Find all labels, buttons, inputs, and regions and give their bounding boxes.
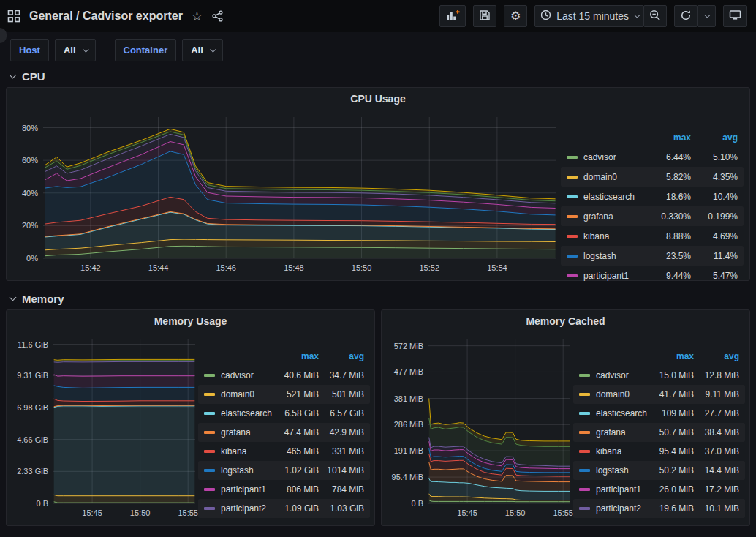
series-name[interactable]: cadvisor	[583, 152, 616, 162]
mem_usage-legend-row-logstash[interactable]: logstash1.02 GiB1014 MiB	[198, 461, 370, 480]
series-name[interactable]: grafana	[221, 427, 251, 438]
series-color-swatch	[204, 507, 215, 510]
mem_cached-legend-row-participant1[interactable]: participant126.0 MiB17.2 MiB	[573, 480, 745, 499]
series-name[interactable]: cadvisor	[221, 370, 254, 380]
time-range-picker[interactable]: Last 15 minutes	[534, 5, 644, 27]
host-variable-dropdown[interactable]: All	[55, 39, 96, 61]
zoom-out-time-button[interactable]	[643, 5, 667, 27]
series-name[interactable]: grafana	[596, 427, 626, 438]
refresh-interval-dropdown[interactable]	[697, 5, 716, 27]
series-color-swatch	[579, 374, 590, 377]
series-name[interactable]: elasticsearch	[596, 408, 647, 418]
series-name[interactable]: grafana	[583, 211, 613, 222]
star-icon[interactable]: ☆	[192, 10, 203, 23]
svg-text:15:46: 15:46	[216, 263, 236, 272]
series-name[interactable]: kibana	[596, 446, 621, 457]
mem_cached-legend-row-kibana[interactable]: kibana95.4 MiB37.0 MiB	[573, 442, 745, 461]
mem_cached-legend-row-logstash[interactable]: logstash50.2 MiB14.4 MiB	[573, 461, 745, 480]
svg-text:15:45: 15:45	[457, 508, 477, 517]
series-name[interactable]: participant1	[596, 484, 641, 495]
save-dashboard-button[interactable]	[473, 5, 496, 27]
series-name[interactable]: participant2	[221, 503, 266, 514]
series-max-value: 19.6 MiB	[649, 503, 694, 514]
cpu-legend-row-elasticsearch[interactable]: elasticsearch18.6%10.4%	[561, 187, 744, 206]
series-name[interactable]: kibana	[583, 231, 609, 241]
time-controls-group: Last 15 minutes	[534, 5, 667, 27]
dashboards-grid-icon[interactable]	[7, 10, 20, 23]
series-name[interactable]: elasticsearch	[583, 192, 635, 202]
container-variable-dropdown[interactable]: All	[182, 39, 223, 61]
legend-avg-header[interactable]: avg	[694, 351, 739, 361]
section-header-cpu[interactable]: CPU	[0, 65, 756, 87]
cpu-legend-row-grafana[interactable]: grafana0.330%0.199%	[561, 206, 744, 226]
memory-cached-panel-title[interactable]: Memory Cached	[382, 310, 749, 332]
series-color-swatch	[204, 412, 215, 415]
mem_cached-legend-row-participant2[interactable]: participant219.6 MiB10.1 MiB	[573, 499, 745, 518]
memory-usage-panel-title[interactable]: Memory Usage	[7, 310, 374, 332]
series-color-swatch	[567, 274, 578, 277]
series-max-value: 0.330%	[644, 211, 691, 222]
section-title-memory: Memory	[22, 293, 64, 305]
mem_cached-legend-row-elasticsearch[interactable]: elasticsearch109 MiB27.7 MiB	[573, 404, 745, 423]
legend-avg-header[interactable]: avg	[319, 351, 364, 361]
mem_cached-legend-row-domain0[interactable]: domain041.7 MiB9.11 MiB	[573, 385, 745, 404]
container-variable-value: All	[191, 45, 203, 56]
svg-text:20%: 20%	[22, 221, 38, 230]
chevron-down-icon	[10, 294, 17, 301]
dashboard-settings-button[interactable]: ⚙	[504, 5, 527, 27]
mem_usage-legend-row-kibana[interactable]: kibana465 MiB331 MiB	[198, 442, 370, 461]
share-icon[interactable]	[211, 10, 224, 22]
cpu-legend-row-cadvisor[interactable]: cadvisor6.44%5.10%	[561, 147, 744, 167]
add-panel-button[interactable]	[439, 5, 466, 27]
svg-text:0%: 0%	[26, 254, 38, 263]
mem_cached-legend-row-cadvisor[interactable]: cadvisor15.0 MiB12.8 MiB	[573, 366, 745, 385]
cpu-usage-chart[interactable]: 0%20%40%60%80%15:4215:4415:4615:4815:501…	[11, 110, 561, 277]
mem_usage-legend-row-elasticsearch[interactable]: elasticsearch6.58 GiB6.57 GiB	[198, 404, 370, 423]
series-name[interactable]: logstash	[221, 465, 254, 476]
series-name[interactable]: participant1	[583, 271, 629, 281]
series-max-value: 521 MiB	[273, 389, 319, 399]
cpu-usage-panel-title[interactable]: CPU Usage	[7, 88, 749, 110]
series-max-value: 8.88%	[644, 231, 691, 241]
top-nav: General / Cadvisor exporter ☆ ⚙ Last 15 …	[0, 0, 756, 32]
series-name[interactable]: kibana	[221, 446, 246, 457]
svg-text:286 MiB: 286 MiB	[394, 420, 423, 429]
clock-icon	[540, 10, 551, 23]
cpu-legend-row-domain0[interactable]: domain05.82%4.35%	[561, 167, 744, 187]
mem_usage-legend-row-domain0[interactable]: domain0521 MiB501 MiB	[198, 385, 370, 404]
tv-mode-button[interactable]	[723, 5, 747, 27]
legend-max-header[interactable]: max	[644, 132, 691, 143]
mem_usage-legend-row-participant2[interactable]: participant21.09 GiB1.03 GiB	[198, 499, 370, 518]
legend-max-header[interactable]: max	[273, 351, 319, 361]
series-name[interactable]: participant1	[221, 484, 266, 495]
dashboard-title[interactable]: General / Cadvisor exporter	[29, 10, 183, 23]
legend-avg-header[interactable]: avg	[691, 132, 738, 143]
legend-max-header[interactable]: max	[649, 351, 694, 361]
series-name[interactable]: participant2	[596, 503, 641, 514]
mem_cached-legend-row-grafana[interactable]: grafana50.7 MiB38.4 MiB	[573, 423, 745, 442]
cpu-legend-row-participant1[interactable]: participant19.44%5.47%	[561, 266, 744, 285]
series-color-swatch	[567, 215, 578, 218]
memory-cached-chart[interactable]: 0 B95.4 MiB191 MiB286 MiB381 MiB477 MiB5…	[386, 332, 573, 522]
series-name[interactable]: elasticsearch	[221, 408, 272, 418]
series-color-swatch	[567, 156, 578, 159]
series-name[interactable]: domain0	[583, 172, 617, 182]
mem_usage-legend-row-participant1[interactable]: participant1806 MiB784 MiB	[198, 480, 370, 499]
svg-text:15:42: 15:42	[80, 263, 101, 272]
refresh-button[interactable]	[674, 5, 698, 27]
series-max-value: 465 MiB	[273, 446, 319, 457]
cpu-legend-row-kibana[interactable]: kibana8.88%4.69%	[561, 226, 744, 246]
mem_usage-legend-row-grafana[interactable]: grafana47.4 MiB42.9 MiB	[198, 423, 370, 442]
series-name[interactable]: logstash	[583, 251, 616, 261]
series-max-value: 1.02 GiB	[273, 465, 319, 476]
series-name[interactable]: logstash	[596, 465, 629, 476]
section-header-memory[interactable]: Memory	[0, 288, 756, 309]
mem_usage-legend-row-cadvisor[interactable]: cadvisor40.6 MiB34.7 MiB	[198, 366, 370, 385]
series-name[interactable]: domain0	[221, 389, 254, 399]
series-avg-value: 17.2 MiB	[694, 484, 739, 495]
cpu-legend-row-logstash[interactable]: logstash23.5%11.4%	[561, 246, 744, 266]
save-icon	[479, 10, 491, 23]
memory-usage-chart[interactable]: 0 B2.33 GiB4.66 GiB6.98 GiB9.31 GiB11.6 …	[11, 332, 198, 522]
series-name[interactable]: cadvisor	[596, 370, 629, 380]
series-name[interactable]: domain0	[596, 389, 630, 399]
